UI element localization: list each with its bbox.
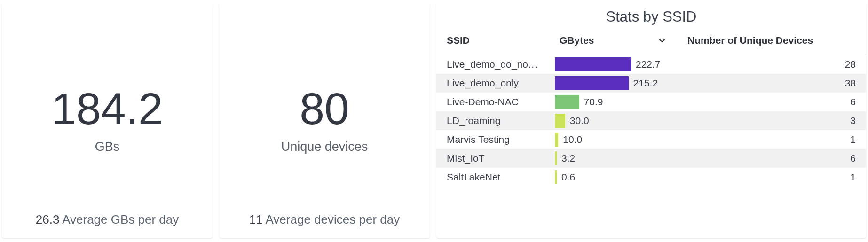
table-row[interactable]: LD_roaming30.03: [436, 111, 866, 130]
devices-label: Unique devices: [281, 140, 368, 154]
table-row[interactable]: Live_demo_only215.238: [436, 74, 866, 93]
gbs-footer: 26.3 Average GBs per day: [2, 212, 213, 227]
cell-ssid: LD_roaming: [436, 111, 549, 130]
gbytes-bar-label: 70.9: [584, 96, 603, 108]
table-row[interactable]: Mist_IoT3.26: [436, 149, 866, 168]
gbs-footer-number: 26.3: [36, 212, 60, 226]
gbytes-bar-label: 3.2: [561, 153, 575, 164]
cell-devices: 6: [677, 93, 866, 111]
cell-ssid: Live_demo_do_not_re...: [436, 55, 549, 74]
cell-gbytes: 0.6: [549, 168, 677, 187]
table-row[interactable]: Marvis Testing10.01: [436, 130, 866, 149]
gbytes-bar: [555, 133, 558, 147]
devices-card: 80 Unique devices 11 Average devices per…: [219, 2, 430, 238]
gbytes-bar-label: 215.2: [633, 78, 658, 89]
cell-ssid: Mist_IoT: [436, 149, 549, 168]
stats-table: SSID GBytes Number of Unique Devices Liv…: [436, 30, 866, 187]
gbytes-bar-label: 0.6: [561, 172, 575, 183]
gbytes-bar-label: 222.7: [636, 59, 661, 70]
stats-by-ssid-card: Stats by SSID SSID GBytes Number of Uniq…: [436, 2, 866, 238]
col-header-ssid[interactable]: SSID: [436, 30, 549, 55]
table-row[interactable]: Live-Demo-NAC70.96: [436, 93, 866, 111]
gbytes-bar: [555, 170, 557, 184]
gbytes-bar-label: 10.0: [563, 134, 582, 145]
col-header-gbytes-label: GBytes: [560, 35, 594, 46]
table-row[interactable]: SaltLakeNet0.61: [436, 168, 866, 187]
table-row[interactable]: Live_demo_do_not_re...222.728: [436, 55, 866, 74]
devices-footer-number: 11: [249, 212, 263, 226]
cell-gbytes: 70.9: [549, 93, 677, 111]
gbytes-bar: [555, 76, 629, 90]
col-header-gbytes[interactable]: GBytes: [549, 30, 677, 55]
cell-devices: 1: [677, 130, 866, 149]
devices-footer-text: Average devices per day: [266, 212, 400, 226]
col-header-devices[interactable]: Number of Unique Devices: [677, 30, 866, 55]
gbytes-bar: [555, 114, 565, 128]
cell-gbytes: 10.0: [549, 130, 677, 149]
cell-devices: 1: [677, 168, 866, 187]
cell-devices: 3: [677, 111, 866, 130]
gbs-footer-text: Average GBs per day: [62, 212, 179, 226]
cell-gbytes: 222.7: [549, 55, 677, 74]
devices-footer: 11 Average devices per day: [219, 212, 430, 227]
gbytes-bar: [555, 57, 631, 71]
cell-ssid: SaltLakeNet: [436, 168, 549, 187]
gbytes-bar-label: 30.0: [570, 115, 589, 126]
cell-gbytes: 3.2: [549, 149, 677, 168]
cell-devices: 28: [677, 55, 866, 74]
gbs-value: 184.2: [51, 86, 163, 131]
gbs-label: GBs: [95, 140, 120, 154]
cell-ssid: Marvis Testing: [436, 130, 549, 149]
chevron-down-icon[interactable]: [657, 36, 667, 47]
gbytes-bar: [555, 95, 579, 109]
gbs-card: 184.2 GBs 26.3 Average GBs per day: [2, 2, 213, 238]
cell-devices: 6: [677, 149, 866, 168]
cell-ssid: Live-Demo-NAC: [436, 93, 549, 111]
devices-value: 80: [300, 86, 349, 131]
gbytes-bar: [555, 151, 557, 165]
table-title: Stats by SSID: [436, 2, 866, 30]
cell-gbytes: 30.0: [549, 111, 677, 130]
table-header-row: SSID GBytes Number of Unique Devices: [436, 30, 866, 55]
cell-gbytes: 215.2: [549, 74, 677, 93]
cell-devices: 38: [677, 74, 866, 93]
cell-ssid: Live_demo_only: [436, 74, 549, 93]
